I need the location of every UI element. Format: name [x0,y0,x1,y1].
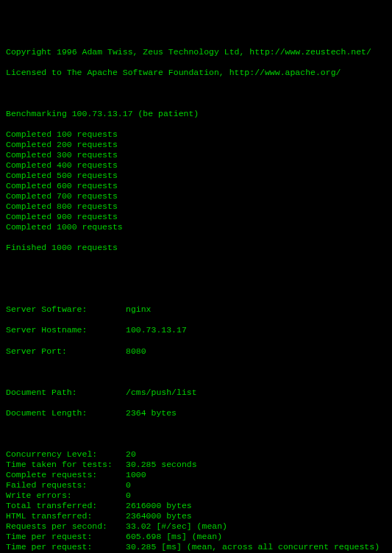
document-path: Document Path:/cms/push/list [6,388,388,398]
value: 605.698 [ms] (mean) [126,532,222,541]
value: nginx [126,304,152,314]
label: Time taken for tests: [6,460,126,470]
completed-line: Completed 900 requests [6,212,388,222]
server-port: Server Port:8080 [6,346,388,357]
stat-row: Total transferred:2616000 bytes [6,501,388,511]
completed-line: Completed 300 requests [6,150,388,160]
value: 2364000 bytes [126,511,192,521]
stat-row: Concurrency Level:20 [6,449,388,460]
completed-line: Completed 100 requests [6,129,388,140]
label: Total transferred: [6,501,126,511]
blank-line [6,367,388,377]
stat-row: Time per request:30.285 [ms] (mean, acro… [6,542,388,552]
stat-row: Write errors:0 [6,490,388,501]
server-hostname: Server Hostname:100.73.13.17 [6,325,388,335]
blank-line [6,88,388,99]
blank-line [6,284,388,294]
stat-row: Complete requests:1000 [6,470,388,480]
finished-line: Finished 1000 requests [6,243,388,253]
completed-line: Completed 500 requests [6,171,388,181]
stat-row: Time per request:605.698 [ms] (mean) [6,532,388,542]
license-line: Licensed to The Apache Software Foundati… [6,68,388,78]
stat-row: HTML transferred:2364000 bytes [6,511,388,521]
value: 20 [126,449,136,459]
completed-line: Completed 200 requests [6,140,388,150]
completed-line: Completed 600 requests [6,181,388,191]
stat-row: Requests per second:33.02 [#/sec] (mean) [6,521,388,532]
value: 30.285 [ms] (mean, across all concurrent… [126,542,379,552]
label: Document Path: [6,388,126,398]
stat-row: Failed requests:0 [6,480,388,490]
label: HTML transferred: [6,511,126,521]
label: Server Port: [6,346,126,357]
value: 8080 [126,346,146,356]
server-software: Server Software:nginx [6,304,388,315]
label: Time per request: [6,532,126,542]
label: Requests per second: [6,521,126,532]
label: Document Length: [6,408,126,418]
value: 33.02 [#/sec] (mean) [126,521,227,531]
value: 2616000 bytes [126,501,192,510]
copyright-line: Copyright 1996 Adam Twiss, Zeus Technolo… [6,47,388,57]
label: Failed requests: [6,480,126,490]
benchmarking-line: Benchmarking 100.73.13.17 (be patient) [6,109,388,119]
value: 30.285 seconds [126,460,197,469]
label: Server Hostname: [6,325,126,335]
label: Write errors: [6,490,126,501]
document-length: Document Length:2364 bytes [6,408,388,418]
value: 100.73.13.17 [126,325,187,335]
value: 1000 [126,470,146,479]
completed-line: Completed 400 requests [6,160,388,171]
value: /cms/push/list [126,388,197,397]
completed-line: Completed 1000 requests [6,222,388,232]
blank-line [6,263,388,274]
value: 2364 bytes [126,408,177,418]
completed-line: Completed 800 requests [6,201,388,212]
blank-line [6,429,388,439]
value: 0 [126,480,131,490]
value: 0 [126,490,131,500]
completed-line: Completed 700 requests [6,191,388,201]
label: Server Software: [6,304,126,315]
label: Time per request: [6,542,126,552]
stat-row: Time taken for tests:30.285 seconds [6,460,388,470]
label: Concurrency Level: [6,449,126,460]
label: Complete requests: [6,470,126,480]
